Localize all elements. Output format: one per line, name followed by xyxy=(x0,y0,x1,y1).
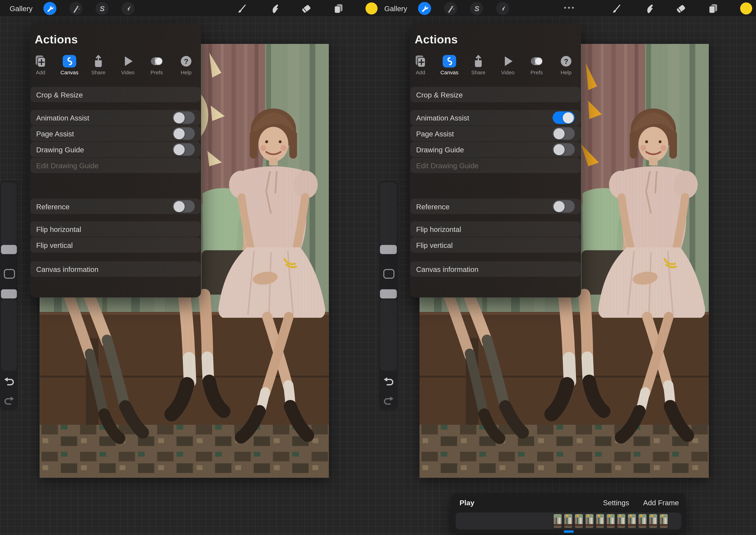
color-swatch-button[interactable] xyxy=(366,3,378,14)
menu-page-assist[interactable]: Page Assist xyxy=(410,126,580,141)
help-question-icon: ? xyxy=(559,55,573,68)
tab-video[interactable]: Video xyxy=(494,55,522,75)
menu-animation-assist[interactable]: Animation Assist xyxy=(30,110,201,125)
menu-crop-resize[interactable]: Crop & Resize xyxy=(410,87,580,102)
drawing-guide-toggle[interactable] xyxy=(552,143,574,156)
tab-help-label: Help xyxy=(181,70,192,75)
brush-tool-button[interactable] xyxy=(235,3,247,14)
tab-canvas[interactable]: Canvas xyxy=(435,55,463,75)
opacity-slider[interactable] xyxy=(380,299,397,371)
tab-share-label: Share xyxy=(91,70,105,75)
brush-tool-button[interactable] xyxy=(610,3,622,14)
page-assist-toggle[interactable] xyxy=(552,127,574,140)
gallery-button[interactable]: Gallery xyxy=(384,4,407,13)
menu-flip-horizontal[interactable]: Flip horizontal xyxy=(410,221,580,237)
frame-thumbnail[interactable] xyxy=(659,514,668,528)
frame-thumbnail[interactable] xyxy=(638,514,647,528)
tab-share[interactable]: Share xyxy=(464,55,492,75)
menu-drawing-guide[interactable]: Drawing Guide xyxy=(30,142,201,157)
frame-thumbnail[interactable] xyxy=(575,514,583,528)
adjustments-button[interactable] xyxy=(70,2,82,15)
menu-animation-assist[interactable]: Animation Assist xyxy=(410,110,580,125)
menu-reference[interactable]: Reference xyxy=(410,199,580,214)
opacity-handle[interactable] xyxy=(380,289,397,298)
frame-strip[interactable] xyxy=(456,513,681,529)
frame-thumbnail[interactable] xyxy=(564,514,572,528)
reference-toggle[interactable] xyxy=(173,200,195,213)
menu-flip-vertical[interactable]: Flip vertical xyxy=(30,237,201,253)
tab-prefs[interactable]: Prefs xyxy=(523,55,550,75)
undo-icon[interactable] xyxy=(3,377,15,387)
prefs-toggle-icon xyxy=(530,55,543,68)
selection-s-icon: S xyxy=(98,5,106,13)
menu-canvas-information[interactable]: Canvas information xyxy=(30,261,201,277)
sidebar-position-dots[interactable] xyxy=(564,7,574,9)
transform-button[interactable] xyxy=(122,2,135,15)
modify-button[interactable] xyxy=(383,269,395,279)
menu-flip-vertical[interactable]: Flip vertical xyxy=(410,237,580,253)
tab-canvas[interactable]: Canvas xyxy=(55,55,83,75)
animation-assist-toggle[interactable] xyxy=(552,111,574,124)
selection-button[interactable]: S xyxy=(470,2,483,15)
redo-icon[interactable] xyxy=(383,396,394,406)
color-swatch-button[interactable] xyxy=(740,3,752,14)
opacity-slider[interactable] xyxy=(1,299,17,371)
layers-button[interactable] xyxy=(332,3,344,14)
menu-canvas-information[interactable]: Canvas information xyxy=(410,261,580,277)
frame-thumbnail[interactable] xyxy=(628,514,636,528)
eraser-icon xyxy=(301,3,311,14)
menu-crop-resize[interactable]: Crop & Resize xyxy=(30,87,201,102)
redo-icon[interactable] xyxy=(3,396,15,406)
current-frame-indicator xyxy=(564,530,574,533)
opacity-handle[interactable] xyxy=(1,289,17,298)
transform-button[interactable] xyxy=(496,2,509,15)
menu-flip-horizontal[interactable]: Flip horizontal xyxy=(30,221,201,237)
frame-thumbnail[interactable] xyxy=(606,514,615,528)
smudge-tool-button[interactable] xyxy=(643,3,655,14)
actions-button[interactable] xyxy=(43,2,56,15)
gallery-button[interactable]: Gallery xyxy=(10,4,33,13)
actions-button[interactable] xyxy=(418,2,431,15)
page-assist-toggle[interactable] xyxy=(173,127,195,140)
magic-wand-icon xyxy=(447,5,455,13)
animation-assist-toggle[interactable] xyxy=(173,111,195,124)
animation-settings-button[interactable]: Settings xyxy=(603,498,629,507)
wrench-icon xyxy=(46,5,54,12)
tab-share[interactable]: Share xyxy=(84,55,112,75)
tab-add[interactable]: Add xyxy=(406,55,434,75)
drawing-guide-toggle[interactable] xyxy=(173,143,195,156)
menu-edit-drawing-guide: Edit Drawing Guide xyxy=(30,158,201,173)
add-canvas-icon xyxy=(414,55,427,68)
smudge-tool-button[interactable] xyxy=(268,3,281,14)
tab-video[interactable]: Video xyxy=(114,55,142,75)
tab-help[interactable]: ? Help xyxy=(172,55,200,75)
undo-icon[interactable] xyxy=(383,377,394,387)
frame-thumbnail[interactable] xyxy=(554,514,562,528)
adjustments-button[interactable] xyxy=(444,2,457,15)
tab-add[interactable]: Add xyxy=(27,55,54,75)
add-frame-button[interactable]: Add Frame xyxy=(643,498,679,507)
tool-sidebar-left xyxy=(0,181,18,410)
paint-brush-icon xyxy=(236,3,247,14)
eraser-tool-button[interactable] xyxy=(675,3,686,14)
brush-size-slider[interactable] xyxy=(1,182,17,246)
selection-button[interactable]: S xyxy=(96,2,109,15)
layers-button[interactable] xyxy=(707,3,719,14)
frame-thumbnail[interactable] xyxy=(596,514,604,528)
modify-button[interactable] xyxy=(4,269,15,279)
menu-drawing-guide[interactable]: Drawing Guide xyxy=(410,142,580,157)
reference-toggle[interactable] xyxy=(552,200,574,213)
brush-size-slider[interactable] xyxy=(380,182,397,246)
frame-thumbnail[interactable] xyxy=(649,514,657,528)
play-button[interactable]: Play xyxy=(460,498,603,507)
frame-thumbnail[interactable] xyxy=(585,514,594,528)
menu-page-assist[interactable]: Page Assist xyxy=(30,126,201,141)
eraser-tool-button[interactable] xyxy=(300,3,312,14)
tool-sidebar-right xyxy=(379,181,398,410)
frame-thumbnail[interactable] xyxy=(617,514,625,528)
brush-size-handle[interactable] xyxy=(1,245,17,254)
tab-prefs[interactable]: Prefs xyxy=(143,55,171,75)
menu-reference[interactable]: Reference xyxy=(30,199,201,214)
tab-help[interactable]: ? Help xyxy=(552,55,580,75)
brush-size-handle[interactable] xyxy=(380,245,397,254)
